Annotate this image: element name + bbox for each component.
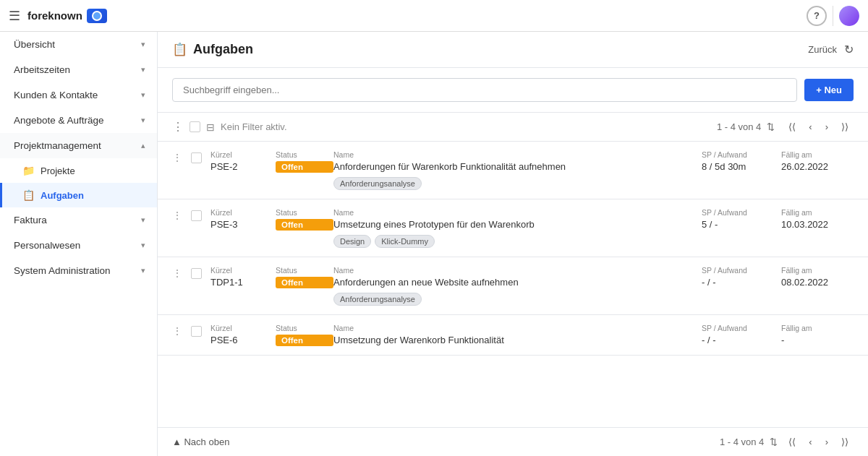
field-status: Status Offen [276,150,333,190]
refresh-button[interactable]: ↻ [844,43,854,56]
logo-circle [92,11,102,21]
sidebar-item-arbeitszeiten[interactable]: Arbeitszeiten ▾ [0,57,157,82]
filter-status-text: Kein Filter aktiv. [221,121,711,132]
sort-icon[interactable]: ⇅ [767,121,775,132]
footer-count: 1 - 4 von 4 [720,436,764,447]
task-checkbox[interactable] [191,268,202,279]
field-status: Status Offen [276,266,333,306]
row-menu-icon[interactable]: ⋮ [172,208,182,221]
page-header: 📋 Aufgaben Zurück ↻ [158,32,868,68]
name-value: Umsetzung der Warenkorb Funktionalität [333,335,702,345]
kurzel-value: PSE-3 [210,219,276,230]
task-tag: Anforderungsanalyse [333,293,422,306]
table-row: ⋮ Kürzel PSE-3 Status Offen Name Umsetzu… [158,199,868,257]
name-label: Name [333,150,702,159]
next-page-button[interactable]: › [820,119,833,135]
back-button[interactable]: Zurück [808,44,837,55]
task-fields: Kürzel PSE-3 Status Offen Name Umsetzung… [210,208,854,248]
name-value: Anforderungen für Warenkorb Funktionalit… [333,161,702,172]
fallig-value: 08.02.2022 [781,277,854,288]
sidebar: Übersicht ▾ Arbeitszeiten ▾ Kunden & Kon… [0,32,158,456]
task-checkbox[interactable] [191,326,202,337]
filter-count: 1 - 4 von 4 [717,121,761,132]
chevron-angebote: ▾ [141,116,145,125]
row-menu-icon[interactable]: ⋮ [172,150,182,163]
sidebar-item-projektmanagement[interactable]: Projektmanagement ▴ [0,133,157,158]
name-value: Umsetzung eines Prototypen für den Waren… [333,219,702,230]
sidebar-item-ubersicht[interactable]: Übersicht ▾ [0,32,157,57]
kurzel-label: Kürzel [210,150,276,159]
tasks-icon: 📋 [172,42,187,57]
footer-first-page-button[interactable]: ⟨⟨ [783,434,801,450]
name-label: Name [333,208,702,217]
sidebar-item-projekte[interactable]: 📁 Projekte [0,158,157,183]
sidebar-item-aufgaben[interactable]: 📋 Aufgaben [0,183,157,207]
sidebar-item-personalwesen[interactable]: Personalwesen ▾ [0,233,157,258]
task-checkbox[interactable] [191,210,202,221]
status-badge: Offen [276,161,333,173]
chevron-ubersicht: ▾ [141,40,145,49]
sidebar-item-system[interactable]: System Administration ▾ [0,258,157,283]
page-title: Aufgaben [193,42,253,57]
field-name: Name Umsetzung der Warenkorb Funktionali… [333,324,702,346]
task-checkbox[interactable] [191,152,202,163]
chevron-kunden: ▾ [141,90,145,100]
sidebar-label-projektmanagement: Projektmanagement [14,140,101,151]
topbar-divider [833,6,833,26]
field-fallig: Fällig am 26.02.2022 [781,150,854,190]
avatar[interactable] [839,6,859,26]
new-button[interactable]: + Neu [804,79,854,101]
field-sp: SP / Aufwand - / - [702,324,781,346]
footer-prev-page-button[interactable]: ‹ [804,434,817,450]
field-fallig: Fällig am 10.03.2022 [781,208,854,248]
field-kurzel: Kürzel TDP1-1 [210,266,276,306]
back-to-top-button[interactable]: ▲ Nach oben [172,436,229,447]
status-badge: Offen [276,219,333,231]
back-to-top-label: ▲ Nach oben [172,436,229,447]
name-label: Name [333,266,702,275]
first-page-button[interactable]: ⟨⟨ [783,119,801,135]
filter-icon[interactable]: ⊟ [206,121,215,133]
fallig-label: Fällig am [781,324,854,332]
last-page-button[interactable]: ⟩⟩ [836,119,854,135]
sidebar-label-system: System Administration [14,265,111,276]
chevron-projektmanagement: ▴ [141,141,145,150]
field-kurzel: Kürzel PSE-2 [210,150,276,190]
filter-bar: ⋮ ⊟ Kein Filter aktiv. 1 - 4 von 4 ⇅ ⟨⟨ … [158,113,868,142]
footer-next-page-button[interactable]: › [820,434,833,450]
sidebar-label-aufgaben: Aufgaben [41,190,84,201]
sidebar-item-faktura[interactable]: Faktura ▾ [0,207,157,233]
field-fallig: Fällig am 08.02.2022 [781,266,854,306]
row-menu-icon[interactable]: ⋮ [172,324,182,337]
sp-label: SP / Aufwand [702,266,781,275]
fallig-value: - [781,335,854,345]
task-tags: DesignKlick-Dummy [333,235,702,248]
sidebar-item-kunden[interactable]: Kunden & Kontakte ▾ [0,82,157,108]
field-name: Name Anforderungen für Warenkorb Funktio… [333,150,702,190]
row-menu-icon[interactable]: ⋮ [172,266,182,279]
fallig-label: Fällig am [781,208,854,217]
footer-pagination: 1 - 4 von 4 ⇅ ⟨⟨ ‹ › ⟩⟩ [720,434,854,450]
footer-sort-icon[interactable]: ⇅ [770,436,778,447]
status-badge: Offen [276,335,333,346]
chevron-personalwesen: ▾ [141,241,145,250]
search-input[interactable] [172,78,797,102]
prev-page-button[interactable]: ‹ [804,119,817,135]
kurzel-value: PSE-6 [210,335,276,345]
name-label: Name [333,324,702,332]
menu-icon[interactable]: ☰ [9,8,20,24]
task-fields: Kürzel TDP1-1 Status Offen Name Anforder… [210,266,854,306]
help-button[interactable]: ? [807,6,827,26]
select-all-checkbox[interactable] [190,121,200,132]
table-row: ⋮ Kürzel PSE-2 Status Offen Name Anforde… [158,142,868,199]
sp-value: - / - [702,335,781,345]
task-tag: Design [333,235,371,248]
sidebar-item-angebote[interactable]: Angebote & Aufträge ▾ [0,108,157,133]
filter-dots-icon[interactable]: ⋮ [172,120,184,134]
topbar: ☰ foreknown ? [0,0,868,32]
kurzel-label: Kürzel [210,324,276,332]
footer-last-page-button[interactable]: ⟩⟩ [836,434,854,450]
field-name: Name Umsetzung eines Prototypen für den … [333,208,702,248]
task-tags: Anforderungsanalyse [333,177,702,190]
field-sp: SP / Aufwand 5 / - [702,208,781,248]
